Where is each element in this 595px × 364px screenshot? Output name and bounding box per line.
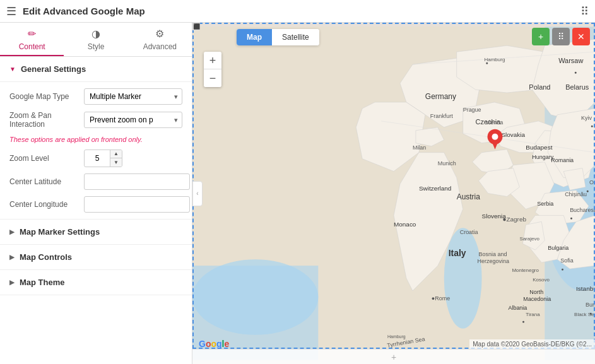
svg-text:Romania: Romania bbox=[551, 157, 574, 163]
tab-advanced[interactable]: ⚙ Advanced bbox=[128, 23, 192, 56]
map-add-btn[interactable]: + bbox=[532, 28, 550, 45]
svg-text:Budapest: Budapest bbox=[526, 144, 552, 151]
zoom-pan-row: Zoom & Pan Interaction Prevent zoom on p… bbox=[9, 111, 182, 129]
map-controls-arrow: ▶ bbox=[9, 254, 15, 261]
style-tab-icon: ◑ bbox=[91, 28, 100, 40]
svg-text:Chișinău: Chișinău bbox=[565, 191, 587, 197]
svg-text:Albania: Albania bbox=[508, 305, 527, 311]
map-theme-arrow: ▶ bbox=[9, 279, 15, 286]
zoom-pan-select-wrapper: Prevent zoom on p Allow zoom on page scr… bbox=[84, 112, 182, 128]
map-theme-header[interactable]: ▶ Map Theme bbox=[0, 270, 192, 295]
zoom-spinners: ▲ ▼ bbox=[110, 150, 122, 167]
grid-icon[interactable]: ⠿ bbox=[580, 4, 589, 18]
svg-text:Bursa: Bursa bbox=[586, 302, 595, 308]
svg-text:North: North bbox=[529, 289, 543, 295]
map-collapse-handle[interactable]: ‹ bbox=[192, 181, 203, 206]
map-type-select[interactable]: Multiple Marker Single Marker Route Map bbox=[84, 88, 182, 105]
svg-text:Bosnia and: Bosnia and bbox=[479, 251, 507, 257]
map-theme-section: ▶ Map Theme bbox=[0, 270, 192, 295]
map-zoom-out-btn[interactable]: − bbox=[204, 69, 221, 87]
svg-text:Frankfurt: Frankfurt bbox=[430, 113, 453, 119]
svg-text:Switzerland: Switzerland bbox=[419, 185, 451, 192]
zoom-level-row: Zoom Level 5 ▲ ▼ bbox=[9, 150, 182, 167]
map-google-logo: Google bbox=[199, 339, 229, 349]
left-panel: ✏ Content ◑ Style ⚙ Advanced ▼ General S… bbox=[0, 23, 192, 364]
hamburger-icon[interactable]: ☰ bbox=[6, 4, 16, 18]
svg-text:Herzegovina: Herzegovina bbox=[478, 258, 509, 264]
svg-text:Montenegro: Montenegro bbox=[512, 267, 539, 273]
tab-content-label: Content bbox=[19, 42, 45, 51]
svg-text:Odessa: Odessa bbox=[589, 179, 595, 185]
zoom-level-down[interactable]: ▼ bbox=[110, 158, 122, 167]
top-bar: ☰ Edit Advanced Google Map ⠿ bbox=[0, 0, 595, 23]
svg-text:Slovakia: Slovakia bbox=[501, 131, 525, 138]
svg-text:Serbia: Serbia bbox=[537, 201, 553, 207]
svg-text:Istanbul: Istanbul bbox=[576, 285, 595, 292]
map-type-map-btn[interactable]: Map bbox=[237, 29, 272, 45]
lat-row: Center Latitude 47.35649679804925 bbox=[9, 173, 182, 190]
general-settings-header[interactable]: ▼ General Settings bbox=[0, 57, 192, 82]
tab-style[interactable]: ◑ Style bbox=[64, 23, 127, 56]
svg-text:Belarus: Belarus bbox=[565, 83, 589, 91]
map-theme-label: Map Theme bbox=[20, 278, 65, 287]
map-type-row: Google Map Type Multiple Marker Single M… bbox=[9, 88, 182, 105]
map-resize-handle[interactable]: + bbox=[192, 349, 595, 364]
tabs-bar: ✏ Content ◑ Style ⚙ Advanced bbox=[0, 23, 192, 57]
map-close-btn[interactable]: ✕ bbox=[572, 28, 590, 45]
zoom-level-up[interactable]: ▲ bbox=[110, 150, 122, 158]
svg-text:Germany: Germany bbox=[425, 92, 456, 101]
general-settings-label: General Settings bbox=[21, 64, 86, 74]
zoom-controls: + − bbox=[204, 52, 221, 87]
panel-content: ▼ General Settings Google Map Type Multi… bbox=[0, 57, 192, 295]
svg-text:Macedonia: Macedonia bbox=[523, 296, 551, 302]
svg-text:Kosovo: Kosovo bbox=[533, 277, 550, 283]
svg-text:Italy: Italy bbox=[449, 248, 466, 258]
map-marker-arrow: ▶ bbox=[9, 228, 15, 235]
general-settings-arrow: ▼ bbox=[9, 66, 16, 73]
general-settings-content: Google Map Type Multiple Marker Single M… bbox=[0, 82, 192, 220]
map-controls-section: ▶ Map Controls bbox=[0, 245, 192, 270]
map-type-satellite-btn[interactable]: Satellite bbox=[272, 29, 319, 45]
svg-text:Hamburg: Hamburg bbox=[387, 334, 406, 339]
svg-text:●: ● bbox=[591, 124, 593, 128]
resize-icon: + bbox=[391, 352, 396, 362]
zoom-pan-select[interactable]: Prevent zoom on p Allow zoom on page scr… bbox=[84, 112, 182, 128]
frontend-hint: These options are applied on frontend on… bbox=[9, 135, 182, 144]
svg-text:Monaco: Monaco bbox=[394, 221, 416, 228]
svg-text:Hamburg: Hamburg bbox=[485, 57, 505, 62]
zoom-level-label: Zoom Level bbox=[9, 154, 79, 163]
svg-text:Austria: Austria bbox=[457, 192, 481, 201]
map-controls-label: Map Controls bbox=[20, 252, 72, 262]
svg-text:●: ● bbox=[561, 267, 563, 271]
svg-text:Tirana: Tirana bbox=[526, 312, 540, 317]
zoom-level-input[interactable]: 5 bbox=[85, 151, 110, 166]
svg-text:●: ● bbox=[522, 319, 524, 324]
svg-text:●Rome: ●Rome bbox=[432, 295, 450, 302]
map-controls-header[interactable]: ▶ Map Controls bbox=[0, 245, 192, 269]
map-marker-header[interactable]: ▶ Map Marker Settings bbox=[0, 220, 192, 244]
svg-text:Kyiv: Kyiv bbox=[581, 115, 592, 121]
svg-text:Warsaw: Warsaw bbox=[558, 57, 583, 64]
map-top-toolbar: + ⠿ ✕ bbox=[532, 28, 590, 45]
tab-content[interactable]: ✏ Content bbox=[0, 23, 64, 56]
panel-indicator: ⬛ bbox=[192, 23, 200, 30]
zoom-level-input-wrapper: 5 ▲ ▼ bbox=[84, 150, 122, 167]
tab-advanced-label: Advanced bbox=[143, 42, 177, 51]
svg-text:Sarajevo: Sarajevo bbox=[519, 236, 539, 242]
advanced-tab-icon: ⚙ bbox=[155, 28, 164, 40]
svg-text:●: ● bbox=[570, 216, 572, 220]
lat-input[interactable]: 47.35649679804925 bbox=[84, 173, 190, 190]
svg-text:●: ● bbox=[574, 70, 577, 74]
page-title: Edit Advanced Google Map bbox=[23, 6, 574, 16]
map-zoom-in-btn[interactable]: + bbox=[204, 52, 221, 69]
map-container: ⬛ Map Satellite + − + ⠿ ✕ ‹ bbox=[192, 23, 595, 364]
lng-input[interactable]: 28.450425145676952 bbox=[84, 196, 190, 213]
content-tab-icon: ✏ bbox=[28, 28, 36, 40]
svg-text:Poland: Poland bbox=[529, 83, 550, 91]
lat-label: Center Latitude bbox=[9, 177, 79, 186]
svg-text:Black Sea: Black Sea bbox=[574, 312, 595, 317]
lng-row: Center Longitude 28.450425145676952 bbox=[9, 196, 182, 213]
svg-text:Croatia: Croatia bbox=[460, 229, 478, 235]
map-svg: Germany Frankfurt Prague Czechia Poland … bbox=[192, 23, 595, 364]
map-grid-btn[interactable]: ⠿ bbox=[552, 28, 570, 45]
